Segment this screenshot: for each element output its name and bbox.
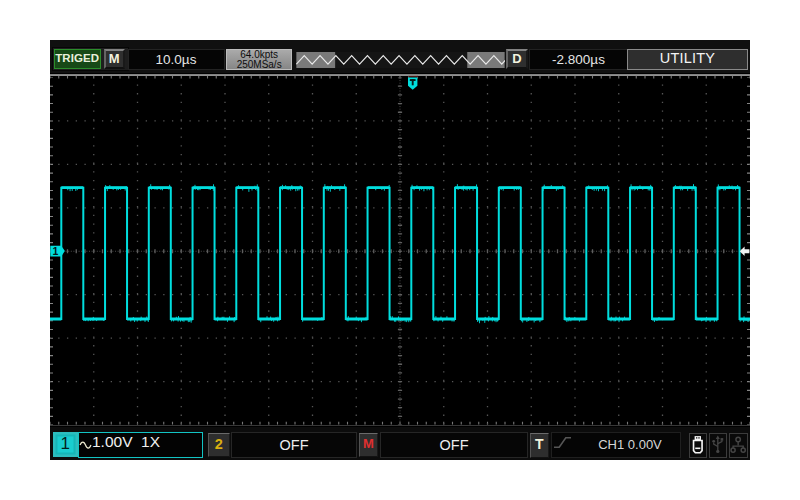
svg-text:1: 1 — [52, 245, 58, 257]
